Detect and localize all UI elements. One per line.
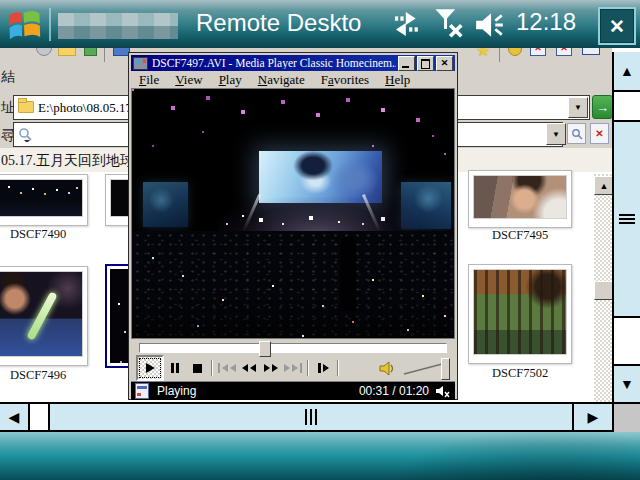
topbar-divider xyxy=(49,8,51,41)
seek-bar[interactable] xyxy=(131,339,455,355)
crowd-lights xyxy=(152,257,154,259)
search-dropdown-button[interactable]: ▼ xyxy=(546,123,566,145)
volume-speaker-icon[interactable] xyxy=(379,360,396,377)
thumbnail-dscf7496[interactable] xyxy=(0,266,88,366)
mpc-window-title: DSCF7497.AVI - Media Player Classic Home… xyxy=(152,57,396,69)
address-dropdown-button[interactable]: ▼ xyxy=(568,97,588,118)
stop-button[interactable] xyxy=(186,358,208,378)
toolbar-icon-fragment[interactable] xyxy=(84,48,97,56)
censored-device-name xyxy=(58,13,178,39)
toolbar-folder-icon[interactable] xyxy=(58,48,76,56)
mpc-menu-bar: File View Play Navigate Favorites Help xyxy=(131,71,455,88)
seek-thumb[interactable] xyxy=(259,341,271,357)
scroll-right-button[interactable]: ▶ xyxy=(574,404,612,430)
scrollbar-corner xyxy=(612,402,640,432)
menu-view[interactable]: View xyxy=(167,72,210,88)
rdp-session-screen: Remote Deskto 12:18 ✕ ★ ✕ ✕ xyxy=(0,0,640,480)
frame-step-button[interactable] xyxy=(312,358,334,378)
toolbar-history-icon[interactable] xyxy=(508,48,522,56)
mpc-window: DSCF7497.AVI - Media Player Classic Home… xyxy=(128,52,458,400)
thumbnail-image xyxy=(0,271,83,357)
pause-button[interactable] xyxy=(164,358,186,378)
controls-separator xyxy=(211,360,213,376)
seek-track[interactable] xyxy=(139,343,447,353)
scroll-left-button[interactable]: ◀ xyxy=(0,404,30,430)
close-button[interactable]: ✕ xyxy=(436,56,453,71)
search-go-button[interactable] xyxy=(567,123,586,144)
concert-side-screen-left xyxy=(143,182,188,227)
speaker-icon[interactable] xyxy=(474,11,506,39)
thumbnail-label: DSCF7496 xyxy=(10,368,66,383)
rdp-window-title: Remote Deskto xyxy=(196,9,361,37)
mpc-title-bar[interactable]: DSCF7497.AVI - Media Player Classic Home… xyxy=(131,55,455,71)
volume-slider-thumb[interactable] xyxy=(441,358,450,380)
skip-back-button[interactable] xyxy=(216,358,238,378)
delete-doc-icon[interactable]: ✕ xyxy=(530,48,546,56)
minimize-button[interactable] xyxy=(398,56,415,71)
thumbnail-image xyxy=(473,175,567,219)
folder-icon xyxy=(18,101,34,113)
video-display-area[interactable] xyxy=(131,88,455,339)
rewind-button[interactable] xyxy=(238,358,260,378)
toolbar-refresh-icon[interactable] xyxy=(36,48,52,56)
thumbnail-image xyxy=(473,269,567,355)
rdp-bottom-bar: Disconnect ㄅ Full Screen labbs @ sogi.co… xyxy=(0,432,640,480)
sync-arrows-icon[interactable] xyxy=(392,12,424,36)
signal-off-icon[interactable] xyxy=(434,8,464,40)
menu-play[interactable]: Play xyxy=(211,72,250,88)
fast-forward-button[interactable] xyxy=(260,358,282,378)
controls-separator xyxy=(307,360,309,376)
menu-favorites[interactable]: Favorites xyxy=(313,72,377,88)
windows-start-icon[interactable] xyxy=(5,5,42,42)
mpc-app-icon xyxy=(133,57,148,70)
menu-file[interactable]: File xyxy=(131,72,167,88)
mpc-status-bar: Playing 00:31 / 01:20 xyxy=(131,381,455,400)
rdp-vertical-scrollbar: ▲ ▼ xyxy=(612,52,640,402)
concert-crowd xyxy=(132,231,454,338)
rdp-horizontal-scrollbar: ◀ ▶ xyxy=(0,402,612,432)
silhouette xyxy=(340,237,356,311)
scroll-down-button[interactable]: ▼ xyxy=(614,364,640,402)
playback-controls xyxy=(131,355,455,381)
muted-speaker-icon[interactable] xyxy=(435,385,451,398)
grip-icon xyxy=(305,409,317,425)
thumbnail-dscf7490[interactable] xyxy=(0,174,88,226)
controls-separator xyxy=(337,360,339,376)
thumbnail-dscf7495[interactable] xyxy=(468,170,572,228)
search-icon xyxy=(571,128,583,140)
thumbnail-label: DSCF7502 xyxy=(492,366,548,381)
menu-navigate[interactable]: Navigate xyxy=(250,72,313,88)
grip-icon xyxy=(619,214,635,224)
concert-stage xyxy=(218,197,418,235)
search-icon xyxy=(18,127,33,142)
playback-time: 00:31 / 01:20 xyxy=(359,384,429,398)
favorites-star-icon[interactable]: ★ xyxy=(476,48,490,60)
media-file-icon xyxy=(135,383,149,399)
maximize-button[interactable] xyxy=(417,56,434,71)
close-session-button[interactable]: ✕ xyxy=(598,7,636,45)
playback-state: Playing xyxy=(157,384,196,398)
vertical-scrollbar-thumb[interactable] xyxy=(614,120,640,318)
play-button[interactable] xyxy=(136,355,164,381)
explorer-scrollbar-thumb[interactable] xyxy=(594,281,614,300)
menu-help[interactable]: Help xyxy=(377,72,418,88)
scroll-up-button[interactable]: ▲ xyxy=(614,52,640,92)
clear-search-button[interactable]: ✕ xyxy=(590,123,609,144)
toolbar-separator xyxy=(499,48,500,62)
explorer-scroll-up-button[interactable]: ▲ xyxy=(594,176,614,195)
links-row-label: 結 xyxy=(1,68,15,86)
toolbar-separator xyxy=(104,48,105,62)
thumbnail-dscf7502[interactable] xyxy=(468,264,572,364)
volume-slider[interactable] xyxy=(402,358,450,378)
rdp-top-bar: Remote Deskto 12:18 ✕ xyxy=(0,0,640,48)
go-button[interactable]: → xyxy=(592,95,613,119)
thumbnail-label: DSCF7495 xyxy=(492,228,548,243)
thumbnail-label: DSCF7490 xyxy=(10,227,66,242)
skip-forward-button[interactable] xyxy=(282,358,304,378)
clock: 12:18 xyxy=(516,8,576,36)
stage-rig-lights xyxy=(132,89,134,91)
toolbar-window-icon[interactable] xyxy=(582,48,600,55)
volume-controls xyxy=(379,358,450,378)
delete-doc-icon[interactable]: ✕ xyxy=(556,48,572,56)
horizontal-scrollbar-thumb[interactable] xyxy=(48,404,574,430)
